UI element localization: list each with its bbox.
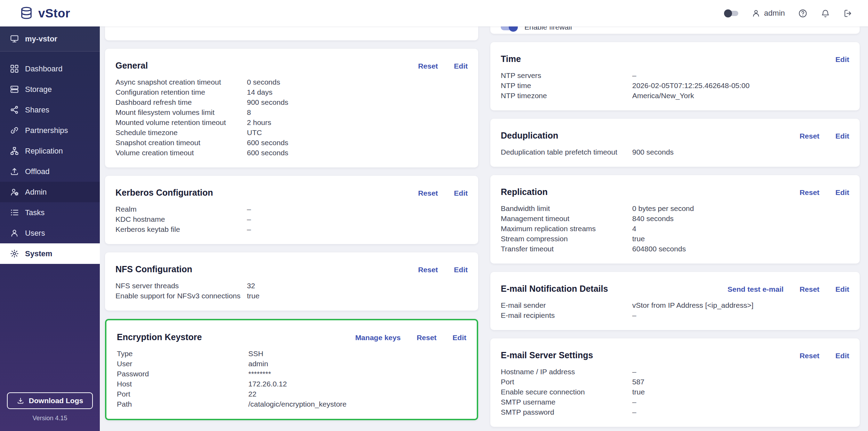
edit-link[interactable]: Edit [835,285,849,293]
download-logs-button[interactable]: Download Logs [7,392,93,409]
settings-row: NTP time2026-02-05T07:12:25.462648-05:00 [501,80,849,91]
row-value: – [632,310,849,320]
sidebar-item-shares[interactable]: Shares [0,100,100,120]
card-actions: ResetEdit [799,188,849,197]
card-title: Encryption Keystore [117,332,202,342]
row-label: Password [117,369,248,379]
card-actions: ResetEdit [418,189,468,197]
reset-link[interactable]: Reset [799,285,819,293]
offload-icon [10,167,19,176]
settings-row: Port22 [117,389,466,399]
sidebar-bottom: Download Logs Version 4.15 [0,392,100,431]
version-label: Version 4.15 [32,415,67,422]
username-label: admin [764,9,785,18]
row-label: NTP timezone [501,91,632,101]
row-label: Management timeout [501,213,632,224]
reset-link[interactable]: Reset [417,334,436,342]
edit-link[interactable]: Edit [835,132,849,140]
row-label: Mounted volume retention timeout [115,117,247,127]
edit-link[interactable]: Edit [835,55,849,64]
settings-rows: NTP servers–NTP time2026-02-05T07:12:25.… [501,70,849,101]
row-value: – [632,70,849,80]
card-email-notification-details: E-mail Notification DetailsSend test e-m… [490,272,860,330]
settings-rows: Realm–KDC hostname–Kerberos keytab file– [115,204,468,234]
dashboard-icon [10,64,19,73]
settings-row: Host172.26.0.12 [117,379,466,389]
edit-link[interactable]: Edit [835,352,849,360]
settings-row: TypeSSH [117,348,466,359]
row-label: Transfer timeout [501,244,632,254]
admin-icon [10,187,19,197]
card-title: Time [501,54,521,64]
reset-link[interactable]: Reset [799,188,819,197]
sidebar-item-storage[interactable]: Storage [0,79,100,100]
reset-link[interactable]: Reset [799,352,819,360]
row-value: 900 seconds [247,97,468,107]
reset-link[interactable]: Reset [418,62,438,70]
row-value: 900 seconds [632,147,849,157]
settings-row: Stream compressiontrue [501,234,849,244]
manage-keys-link[interactable]: Manage keys [355,334,401,342]
settings-row: Volume creation timeout600 seconds [115,148,468,158]
card-header: GeneralResetEdit [115,61,468,71]
sidebar-item-offload[interactable]: Offload [0,161,100,182]
logout-icon[interactable] [843,9,853,18]
reset-link[interactable]: Reset [799,132,819,140]
card-header: E-mail Notification DetailsSend test e-m… [501,284,849,294]
row-label: SMTP username [501,397,632,407]
row-value: 2026-02-05T07:12:25.462648-05:00 [632,80,849,91]
reset-link[interactable]: Reset [418,189,438,197]
row-label: Async snapshot creation timeout [115,77,247,87]
row-value: – [632,397,849,407]
row-value: 14 days [247,87,468,97]
logo[interactable]: vStor [19,6,70,20]
card-header: Kerberos ConfigurationResetEdit [115,188,468,198]
edit-link[interactable]: Edit [454,189,468,197]
row-value: – [247,224,468,234]
settings-row: NFS server threads32 [115,281,468,291]
firewall-toggle[interactable] [501,26,517,30]
sidebar-item-dashboard[interactable]: Dashboard [0,58,100,79]
row-value: – [632,407,849,417]
settings-rows: Async snapshot creation timeout0 seconds… [115,77,468,158]
row-value: 32 [247,281,468,291]
row-value: 604800 seconds [632,244,849,254]
reset-link[interactable]: Reset [418,266,438,274]
card-title: General [115,61,148,71]
sidebar-server-item[interactable]: my-vstor [0,26,100,52]
card-actions: Send test e-mailResetEdit [728,285,849,293]
settings-row: Kerberos keytab file– [115,224,468,234]
card-title: E-mail Server Settings [501,350,593,360]
sidebar-item-admin[interactable]: Admin [0,182,100,202]
card-deduplication: DeduplicationResetEditDeduplication tabl… [490,119,860,167]
download-icon [17,397,24,405]
row-value: true [632,234,849,244]
edit-link[interactable]: Edit [454,266,468,274]
send-test-e-mail-link[interactable]: Send test e-mail [728,285,783,293]
sidebar-item-replication[interactable]: Replication [0,141,100,161]
user-menu[interactable]: admin [752,9,785,18]
card-actions: Edit [835,55,849,64]
row-value: true [632,387,849,397]
row-value: 0 bytes per second [632,203,849,213]
settings-row: Realm– [115,204,468,214]
row-label: NTP time [501,80,632,91]
settings-row: NTP servers– [501,70,849,80]
sidebar-item-users[interactable]: Users [0,223,100,243]
card-header: ReplicationResetEdit [501,187,849,197]
sidebar-item-system[interactable]: System [0,243,100,264]
row-label: SMTP password [501,407,632,417]
edit-link[interactable]: Edit [452,334,466,342]
card-nfs-configuration: NFS ConfigurationResetEditNFS server thr… [105,252,478,311]
theme-toggle[interactable] [725,11,738,16]
notifications-bell-icon[interactable] [821,9,830,18]
shares-icon [10,105,19,115]
sidebar-item-partnerships[interactable]: Partnerships [0,120,100,141]
edit-link[interactable]: Edit [835,188,849,197]
edit-link[interactable]: Edit [454,62,468,70]
topbar: vStor admin [0,0,868,26]
download-logs-label: Download Logs [29,397,83,405]
sidebar-item-tasks[interactable]: Tasks [0,202,100,223]
help-icon[interactable] [798,9,807,18]
row-value: 8 [247,107,468,117]
